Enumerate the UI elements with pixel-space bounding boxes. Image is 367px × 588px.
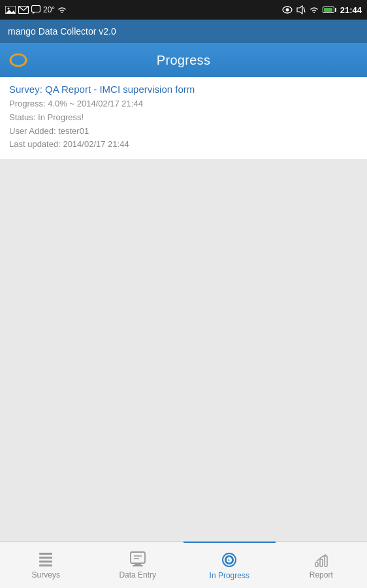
battery-indicator xyxy=(323,7,336,13)
data-entry-icon xyxy=(129,551,146,568)
survey-user-added: User Added: tester01 xyxy=(9,125,358,139)
clock: 21:44 xyxy=(340,5,362,15)
status-bar-left: 20° xyxy=(5,5,67,14)
svg-rect-26 xyxy=(320,559,323,566)
in-progress-label: In Progress xyxy=(210,571,249,580)
app-title: mango Data Collector v2.0 xyxy=(8,26,116,37)
in-progress-icon xyxy=(221,551,238,568)
svg-point-7 xyxy=(285,8,289,12)
survey-last-updated: Last updated: 2014/02/17 21:44 xyxy=(9,138,358,152)
svg-marker-2 xyxy=(5,10,16,14)
report-label: Report xyxy=(310,570,333,580)
svg-line-9 xyxy=(304,7,305,12)
page-header: Progress xyxy=(0,43,367,77)
nav-item-surveys[interactable]: Surveys xyxy=(0,542,92,588)
sync-icon xyxy=(8,53,29,67)
survey-title: Survey: QA Report - IMCI supervision for… xyxy=(9,84,358,95)
svg-rect-10 xyxy=(39,553,52,555)
survey-status: Status: In Progress! xyxy=(9,111,358,125)
svg-rect-4 xyxy=(32,6,40,12)
svg-point-1 xyxy=(8,8,10,10)
survey-progress: Progress: 4.0% ~ 2014/02/17 21:44 xyxy=(9,97,358,111)
survey-list-item[interactable]: Survey: QA Report - IMCI supervision for… xyxy=(0,77,367,160)
data-entry-label: Data Entry xyxy=(119,570,156,580)
page-title: Progress xyxy=(157,53,210,68)
wifi2-icon xyxy=(310,6,319,14)
svg-rect-12 xyxy=(39,561,52,563)
sync-button[interactable] xyxy=(7,48,30,72)
app-titlebar: mango Data Collector v2.0 xyxy=(0,20,367,43)
svg-rect-14 xyxy=(131,552,145,563)
nav-item-report[interactable]: Report xyxy=(276,542,368,588)
svg-rect-25 xyxy=(315,563,318,566)
empty-content-area xyxy=(0,160,367,546)
report-icon xyxy=(313,551,330,568)
svg-rect-11 xyxy=(39,557,52,559)
nav-item-in-progress[interactable]: In Progress xyxy=(184,542,276,588)
no-sound-icon xyxy=(296,5,306,14)
email-icon xyxy=(18,6,29,14)
sms-icon xyxy=(31,5,40,14)
status-bar: 20° 21:44 xyxy=(0,0,367,20)
surveys-label: Surveys xyxy=(32,570,60,580)
eye-icon xyxy=(282,6,293,14)
nav-item-data-entry[interactable]: Data Entry xyxy=(92,542,184,588)
svg-rect-27 xyxy=(325,556,327,566)
bottom-navigation: Surveys Data Entry In Progress xyxy=(0,541,367,588)
svg-rect-17 xyxy=(135,563,141,565)
wifi-icon xyxy=(57,6,67,14)
svg-rect-18 xyxy=(133,565,143,566)
temperature-label: 20° xyxy=(43,5,55,14)
image-icon xyxy=(5,6,16,14)
svg-marker-8 xyxy=(297,6,302,14)
status-bar-right: 21:44 xyxy=(282,5,362,15)
svg-rect-13 xyxy=(39,564,52,566)
surveys-icon xyxy=(37,551,54,568)
